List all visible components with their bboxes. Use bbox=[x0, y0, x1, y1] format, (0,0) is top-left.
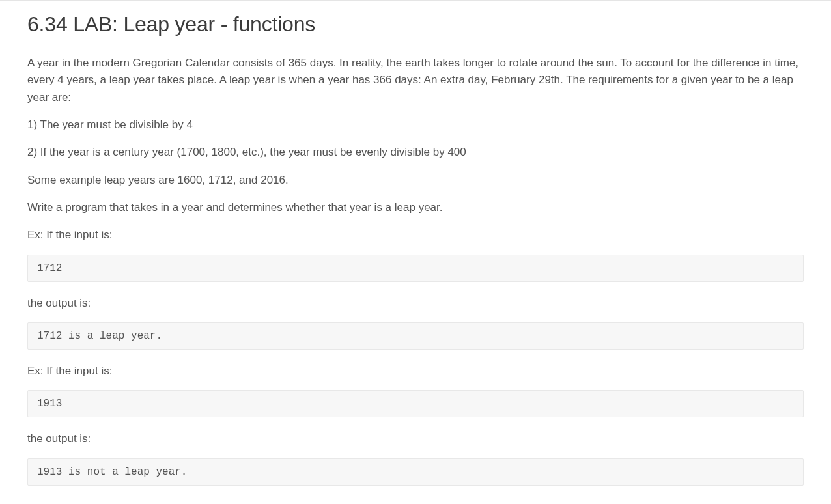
example-1-prompt: Ex: If the input is: bbox=[27, 227, 804, 244]
intro-paragraph: A year in the modern Gregorian Calendar … bbox=[27, 55, 804, 106]
task-description: Write a program that takes in a year and… bbox=[27, 199, 804, 216]
example-1-input-code: 1712 bbox=[27, 255, 804, 282]
example-2-input-code: 1913 bbox=[27, 390, 804, 417]
rule-2: 2) If the year is a century year (1700, … bbox=[27, 144, 804, 161]
example-2-prompt: Ex: If the input is: bbox=[27, 363, 804, 380]
example-1-output-code: 1712 is a leap year. bbox=[27, 322, 804, 350]
page-title: 6.34 LAB: Leap year - functions bbox=[27, 12, 804, 36]
rule-1: 1) The year must be divisible by 4 bbox=[27, 117, 804, 133]
example-2-output-label: the output is: bbox=[27, 430, 804, 447]
example-1-output-label: the output is: bbox=[27, 295, 804, 312]
lab-content: 6.34 LAB: Leap year - functions A year i… bbox=[0, 1, 831, 504]
examples-line: Some example leap years are 1600, 1712, … bbox=[27, 172, 804, 189]
example-2-output-code: 1913 is not a leap year. bbox=[27, 458, 804, 486]
